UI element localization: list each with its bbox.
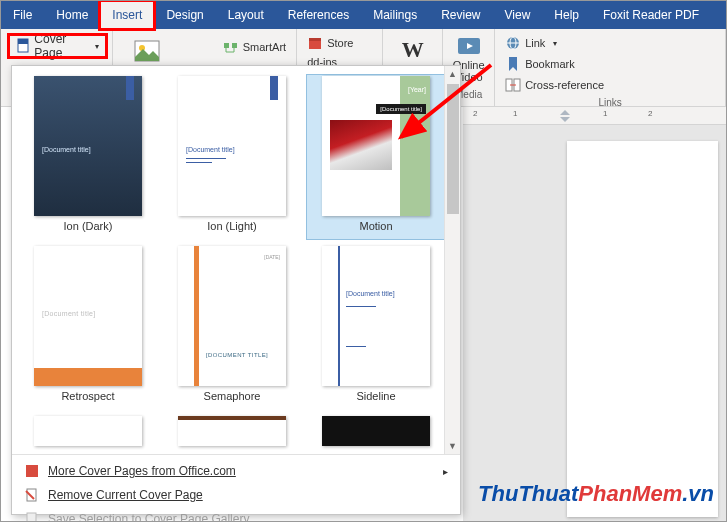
ruler-tick: 1 — [513, 109, 517, 118]
menu-view[interactable]: View — [493, 1, 543, 29]
more-label: More Cover Pages from Office.com — [48, 464, 236, 478]
gallery-item-semaphore[interactable]: [DATE] [DOCUMENT TITLE] Semaphore — [162, 244, 302, 410]
svg-rect-15 — [27, 489, 36, 501]
menu-references[interactable]: References — [276, 1, 361, 29]
menu-insert[interactable]: Insert — [100, 1, 154, 29]
more-cover-pages[interactable]: More Cover Pages from Office.com ▸ — [12, 459, 460, 483]
placeholder-text: [Document title] — [42, 146, 91, 153]
store-icon — [307, 35, 323, 51]
chevron-down-icon: ▾ — [553, 39, 557, 48]
svg-rect-7 — [309, 38, 321, 41]
bookmark-icon — [505, 56, 521, 72]
thumb-label: Motion — [359, 216, 392, 238]
remove-cover-page[interactable]: Remove Current Cover Page — [12, 483, 460, 507]
svg-rect-1 — [18, 39, 28, 44]
svg-rect-6 — [309, 40, 321, 49]
thumb-label: Retrospect — [61, 386, 114, 408]
pictures-icon — [133, 39, 161, 63]
bookmark-button[interactable]: Bookmark — [501, 54, 719, 74]
menu-foxit[interactable]: Foxit Reader PDF — [591, 1, 711, 29]
thumb-ion-light: [Document title] — [178, 76, 286, 216]
thumb-label: Ion (Dark) — [64, 216, 113, 238]
menu-layout[interactable]: Layout — [216, 1, 276, 29]
indent-marker-icon[interactable] — [559, 109, 571, 123]
svg-line-18 — [401, 65, 491, 137]
placeholder-text: [Document title] — [186, 146, 235, 153]
smartart-icon — [223, 39, 239, 55]
svg-rect-17 — [27, 513, 36, 522]
ruler-tick: 2 — [648, 109, 652, 118]
gallery-item-ion-light[interactable]: [Document title] Ion (Light) — [162, 74, 302, 240]
office-icon — [24, 463, 40, 479]
document-page[interactable] — [567, 141, 718, 517]
cover-page-button[interactable]: Cover Page ▾ — [9, 35, 106, 57]
horizontal-ruler: 2 1 1 2 — [463, 107, 726, 125]
thumb-label: Semaphore — [204, 386, 261, 408]
thumb-label: Ion (Light) — [207, 216, 257, 238]
menubar: File Home Insert Design Layout Reference… — [1, 1, 726, 29]
ruler-tick: 1 — [603, 109, 607, 118]
gallery-item-sideline[interactable]: [Document title] Sideline — [306, 244, 446, 410]
link-button[interactable]: Link ▾ — [501, 33, 719, 53]
remove-label: Remove Current Cover Page — [48, 488, 203, 502]
chevron-right-icon: ▸ — [443, 466, 448, 477]
gallery-item-cut[interactable] — [306, 414, 446, 448]
menu-file[interactable]: File — [1, 1, 44, 29]
menu-mailings[interactable]: Mailings — [361, 1, 429, 29]
cover-page-icon — [16, 38, 30, 54]
thumb-retrospect: [Document title] — [34, 246, 142, 386]
smartart-label: SmartArt — [243, 41, 286, 53]
cover-page-label: Cover Page — [34, 32, 91, 60]
chevron-down-icon: ▾ — [95, 42, 99, 51]
gallery-item-ion-dark[interactable]: [Document title] Ion (Dark) — [18, 74, 158, 240]
menu-help[interactable]: Help — [542, 1, 591, 29]
thumb-semaphore: [DATE] [DOCUMENT TITLE] — [178, 246, 286, 386]
thumb-ion-dark: [Document title] — [34, 76, 142, 216]
crossref-button[interactable]: Cross-reference — [501, 75, 719, 95]
placeholder-text: [Document title] — [346, 290, 395, 297]
placeholder-text: [Document title] — [42, 310, 95, 317]
store-label: Store — [327, 37, 353, 49]
remove-page-icon — [24, 487, 40, 503]
save-gallery-icon — [24, 511, 40, 522]
store-button[interactable]: Store — [303, 33, 376, 53]
save-label: Save Selection to Cover Page Gallery... — [48, 512, 259, 522]
smartart-button[interactable]: SmartArt — [219, 37, 290, 57]
crossref-label: Cross-reference — [525, 79, 604, 91]
bookmark-label: Bookmark — [525, 58, 575, 70]
scroll-down-icon[interactable]: ▼ — [448, 441, 457, 451]
placeholder-text: [DOCUMENT TITLE] — [206, 352, 268, 358]
annotation-arrow — [381, 59, 501, 159]
link-label: Link — [525, 37, 545, 49]
save-to-gallery: Save Selection to Cover Page Gallery... — [12, 507, 460, 522]
menu-home[interactable]: Home — [44, 1, 100, 29]
svg-rect-14 — [26, 465, 38, 477]
menu-design[interactable]: Design — [154, 1, 215, 29]
gallery-item-cut[interactable] — [18, 414, 158, 448]
online-video-icon — [455, 35, 483, 57]
svg-rect-4 — [224, 43, 229, 48]
gallery-footer: More Cover Pages from Office.com ▸ Remov… — [12, 454, 460, 522]
thumb-sideline: [Document title] — [322, 246, 430, 386]
thumb-label: Sideline — [356, 386, 395, 408]
crossref-icon — [505, 77, 521, 93]
link-icon — [505, 35, 521, 51]
gallery-item-cut[interactable] — [162, 414, 302, 448]
menu-review[interactable]: Review — [429, 1, 492, 29]
svg-rect-5 — [232, 43, 237, 48]
gallery-item-retrospect[interactable]: [Document title] Retrospect — [18, 244, 158, 410]
